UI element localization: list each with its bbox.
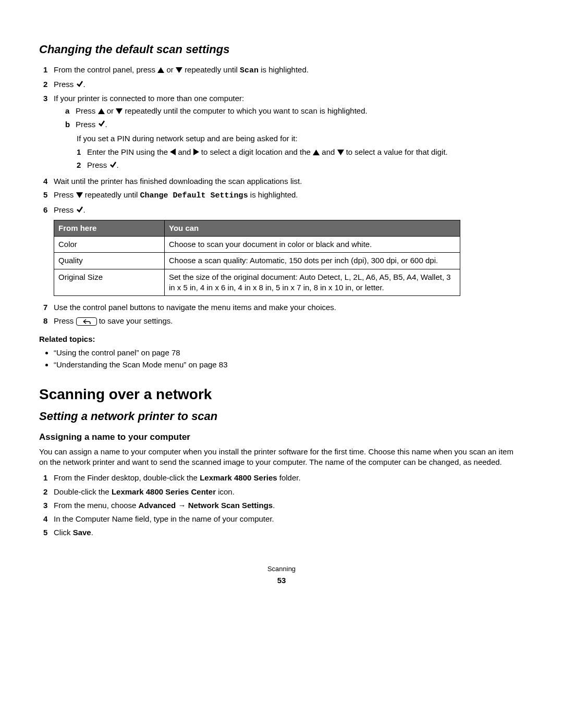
step-text: From the menu, choose — [54, 501, 139, 510]
step-text: . — [105, 120, 107, 129]
related-topics-list: “Using the control panel” on page 78 “Un… — [54, 348, 524, 371]
up-arrow-icon — [313, 147, 320, 158]
svg-marker-2 — [98, 108, 105, 114]
step-text: icon. — [216, 487, 235, 496]
steps-list-2: 1 From the Finder desktop, double-click … — [43, 473, 524, 538]
check-icon — [76, 205, 83, 216]
step-text: . — [83, 205, 85, 214]
inner-step-2: 2 Press . — [77, 160, 524, 171]
inner-step-1: 1 Enter the PIN using the and to select … — [77, 147, 524, 158]
step-text: . — [117, 161, 119, 169]
subsection-heading: Setting a network printer to scan — [39, 409, 524, 424]
step-text: or — [166, 65, 176, 74]
step-text: and — [178, 147, 193, 156]
step-text: Press — [54, 205, 76, 214]
down-arrow-icon — [337, 147, 344, 158]
step-text: . — [273, 501, 275, 510]
step-text: Press — [76, 106, 98, 115]
step-text: and — [322, 147, 337, 156]
step-1: 1 From the Finder desktop, double-click … — [43, 473, 524, 483]
steps-list-1: 1 From the control panel, press or repea… — [43, 65, 524, 216]
check-icon — [109, 161, 117, 171]
step-text: to save your settings. — [99, 316, 173, 325]
step-text: Press — [54, 316, 76, 325]
substep-marker: a — [65, 106, 76, 117]
step-marker: 4 — [43, 176, 54, 187]
related-topics-heading: Related topics: — [39, 334, 524, 344]
step-text: Press — [54, 80, 76, 89]
footer-chapter: Scanning — [39, 564, 524, 574]
subsubsection-heading: Assigning a name to your computer — [39, 431, 524, 443]
step-text: Enter the PIN using the — [87, 147, 170, 156]
step-marker: 4 — [43, 514, 54, 524]
step-marker: 1 — [43, 473, 54, 483]
step-marker: 5 — [43, 190, 54, 201]
ui-label: Scan — [240, 66, 259, 75]
table-cell: Original Size — [54, 269, 165, 296]
section-heading-network: Scanning over a network — [39, 385, 524, 404]
step-marker: 1 — [43, 65, 54, 76]
step-marker: 6 — [43, 205, 54, 216]
step-4: 4 In the Computer Name field, type in th… — [43, 514, 524, 524]
bold-text: Lexmark 4800 Series Center — [112, 487, 216, 496]
substep-b: b Press . — [65, 119, 524, 130]
section-heading-changing: Changing the default scan settings — [39, 42, 524, 57]
step-text: or — [107, 106, 116, 115]
step-text: . — [91, 528, 93, 537]
page-footer: Scanning 53 — [39, 564, 524, 586]
step-text: Use the control panel buttons to navigat… — [54, 302, 524, 313]
substep-marker: b — [65, 119, 76, 130]
svg-marker-6 — [313, 150, 320, 155]
step-3: 3 From the menu, choose Advanced → Netwo… — [43, 500, 524, 511]
step-text: Double-click the — [54, 487, 112, 496]
step-text: repeatedly until the computer to which y… — [125, 106, 367, 115]
down-arrow-icon — [116, 106, 123, 117]
table-header-row: From here You can — [54, 220, 460, 236]
ui-label: Change Default Settings — [140, 191, 248, 200]
inner-steps: 1 Enter the PIN using the and to select … — [77, 147, 524, 171]
step-text: to select a digit location and the — [201, 147, 313, 156]
step-3: 3 If your printer is connected to more t… — [43, 93, 524, 173]
step-text: . — [83, 80, 85, 89]
step-7: 7 Use the control panel buttons to navig… — [43, 302, 524, 313]
up-arrow-icon — [98, 106, 105, 117]
step-2: 2 Double-click the Lexmark 4800 Series C… — [43, 487, 524, 497]
step-marker: 5 — [43, 527, 54, 538]
related-link[interactable]: “Understanding the Scan Mode menu” on pa… — [54, 360, 524, 370]
bold-text: Advanced — [139, 501, 176, 510]
back-button-icon — [76, 317, 97, 326]
table-row: Color Choose to scan your document in co… — [54, 237, 460, 253]
step-marker: 8 — [43, 316, 54, 326]
bold-text: Save — [73, 528, 91, 537]
substep-a: a Press or repeatedly until the computer… — [65, 106, 524, 117]
arrow-text: → — [176, 501, 188, 510]
svg-marker-0 — [157, 67, 164, 73]
step-text: Press — [54, 190, 76, 199]
step-1: 1 From the control panel, press or repea… — [43, 65, 524, 76]
down-arrow-icon — [76, 190, 83, 201]
table-cell: Choose to scan your document in color or… — [165, 237, 460, 253]
footer-page-number: 53 — [39, 575, 524, 586]
related-link[interactable]: “Using the control panel” on page 78 — [54, 348, 524, 358]
step-text: is highlighted. — [261, 65, 309, 74]
step-marker: 3 — [43, 500, 54, 511]
table-header: From here — [54, 220, 165, 236]
step-4: 4 Wait until the printer has finished do… — [43, 176, 524, 187]
step-text: Click — [54, 528, 73, 537]
step-5: 5 Press repeatedly until Change Default … — [43, 190, 524, 201]
step-5: 5 Click Save. — [43, 527, 524, 538]
step-text: From the control panel, press — [54, 65, 157, 74]
step-text: If your printer is connected to more tha… — [54, 94, 244, 103]
settings-table: From here You can Color Choose to scan y… — [54, 220, 460, 296]
step-marker: 7 — [43, 302, 54, 313]
svg-marker-1 — [176, 67, 182, 73]
table-header: You can — [165, 220, 460, 236]
check-icon — [76, 80, 83, 90]
bold-text: Lexmark 4800 Series — [200, 473, 277, 482]
left-arrow-icon — [170, 147, 176, 158]
steps-list-1b: 7 Use the control panel buttons to navig… — [43, 302, 524, 327]
step-text: Press — [76, 120, 98, 129]
step-text: is highlighted. — [250, 190, 298, 199]
step-marker: 2 — [77, 160, 87, 171]
step-text: In the Computer Name field, type in the … — [54, 514, 524, 524]
